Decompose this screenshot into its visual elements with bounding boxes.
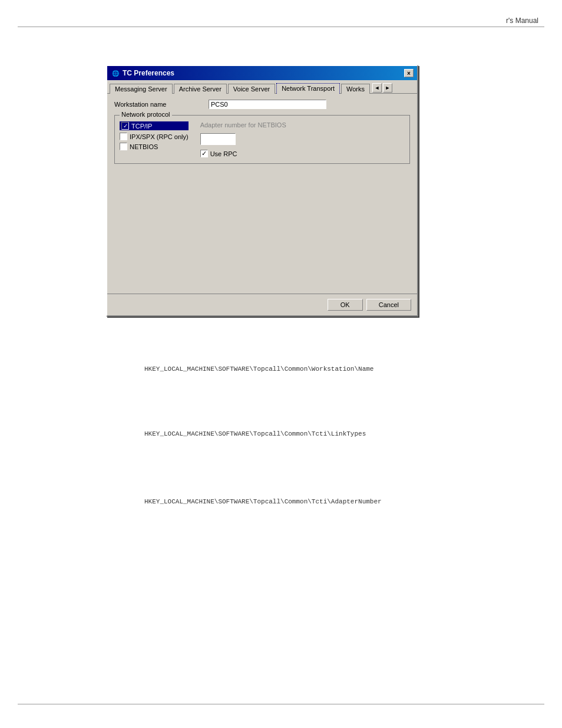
netbios-row[interactable]: NETBIOS <box>120 143 189 150</box>
tab-arrow-left[interactable]: ◄ <box>372 83 382 93</box>
dialog-title: TC Preferences <box>123 69 174 77</box>
use-rpc-row: ✓ Use RPC <box>200 150 405 157</box>
tabs-bar: Messaging Server Archive Server Voice Se… <box>107 80 417 94</box>
registry-line-3: HKEY_LOCAL_MACHINE\SOFTWARE\Topcall\Comm… <box>144 498 382 505</box>
tab-voice[interactable]: Voice Server <box>228 84 275 94</box>
checkboxes-col: ✓ TCP/IP IPX/SPX (RPC only) NETBIOS <box>120 121 189 157</box>
tab-network[interactable]: Network Transport <box>276 83 340 94</box>
adapter-input[interactable] <box>200 133 236 145</box>
ipxspx-checkbox[interactable] <box>120 133 127 140</box>
workstation-input[interactable] <box>209 100 326 109</box>
dialog-empty-area <box>114 170 410 288</box>
workstation-label: Workstation name <box>114 101 209 108</box>
tab-messaging[interactable]: Messaging Server <box>110 84 173 94</box>
tab-nav-arrows: ◄ ► <box>372 83 392 93</box>
tcpip-row[interactable]: ✓ TCP/IP <box>120 121 189 130</box>
tab-works[interactable]: Works <box>341 84 370 94</box>
adapter-label: Adapter number for NETBIOS <box>200 121 405 129</box>
network-protocol-legend: Network protocol <box>120 111 172 118</box>
ipxspx-label: IPX/SPX (RPC only) <box>130 133 189 140</box>
network-protocol-group: Network protocol ✓ TCP/IP IPX/SPX (RPC o… <box>114 115 410 164</box>
button-row: OK Cancel <box>107 294 417 315</box>
registry-line-1: HKEY_LOCAL_MACHINE\SOFTWARE\Topcall\Comm… <box>144 365 373 373</box>
netbios-label: NETBIOS <box>130 143 158 150</box>
page-header: r's Manual <box>506 17 538 25</box>
tcpip-checkbox[interactable]: ✓ <box>121 122 129 130</box>
group-inner: ✓ TCP/IP IPX/SPX (RPC only) NETBIOS <box>120 121 405 157</box>
use-rpc-label: Use RPC <box>210 150 237 157</box>
cancel-button[interactable]: Cancel <box>366 299 411 311</box>
workstation-row: Workstation name <box>114 100 410 109</box>
ipxspx-row[interactable]: IPX/SPX (RPC only) <box>120 133 189 140</box>
dialog-wrapper: 🌐 TC Preferences × Messaging Server Arch… <box>106 65 418 317</box>
right-col: Adapter number for NETBIOS ✓ Use RPC <box>200 121 405 157</box>
title-bar-left: 🌐 TC Preferences <box>111 68 174 78</box>
netbios-checkbox[interactable] <box>120 143 127 150</box>
registry-line-2: HKEY_LOCAL_MACHINE\SOFTWARE\Topcall\Comm… <box>144 430 366 437</box>
tab-archive[interactable]: Archive Server <box>174 84 227 94</box>
ok-button[interactable]: OK <box>328 299 363 311</box>
dialog-content: Workstation name Network protocol ✓ TCP/… <box>107 94 417 294</box>
dialog-icon: 🌐 <box>111 68 120 78</box>
close-button[interactable]: × <box>404 69 414 77</box>
footer-line <box>18 704 544 704</box>
use-rpc-checkbox[interactable]: ✓ <box>200 150 208 157</box>
tab-arrow-right[interactable]: ► <box>383 83 392 93</box>
title-bar: 🌐 TC Preferences × <box>107 66 417 80</box>
tc-preferences-dialog: 🌐 TC Preferences × Messaging Server Arch… <box>106 65 418 317</box>
header-line <box>18 27 544 27</box>
tcpip-label: TCP/IP <box>131 123 152 130</box>
